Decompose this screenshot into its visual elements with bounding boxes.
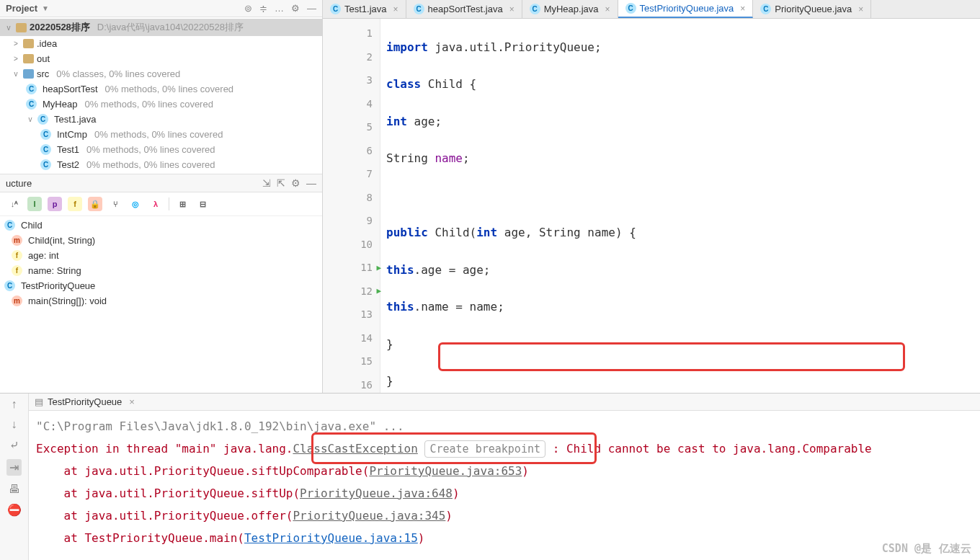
select-opened-icon[interactable]: ⊚ (244, 3, 252, 14)
class-icon: C (40, 159, 51, 170)
project-label: Project (6, 3, 37, 14)
stack-link[interactable]: TestPriorityQueue.java:15 (244, 531, 418, 545)
fork-icon[interactable]: ⑂ (108, 197, 122, 211)
src-folder-icon (23, 69, 34, 79)
scroll-icon[interactable]: ⇥ (6, 459, 22, 476)
close-icon[interactable]: × (509, 4, 514, 14)
stack-link[interactable]: PriorityQueue.java:648 (300, 486, 453, 500)
expand-icon[interactable]: ⇲ (262, 177, 271, 189)
gear-icon[interactable]: ⚙ (291, 177, 300, 189)
watermark: CSDN @是亿速云 (882, 542, 971, 556)
close-icon[interactable]: × (605, 4, 610, 14)
class-icon: C (37, 114, 48, 125)
run-panel: ↑ ↓ ⤶ ⇥ 🖶 ⛔ ▤ TestPriorityQueue × "C:\Pr… (0, 393, 980, 560)
run-tab-label[interactable]: TestPriorityQueue (48, 396, 122, 407)
tab[interactable]: CTest1.java× (323, 0, 406, 18)
class-icon: C (26, 84, 37, 94)
structure-item[interactable]: fname: String (0, 263, 322, 278)
console-line: Exception in thread "main" java.lang.Cla… (36, 437, 973, 460)
structure-item[interactable]: mChild(int, String) (0, 233, 322, 248)
expand-all-icon[interactable]: ≑ (259, 3, 267, 14)
property-filter-icon[interactable]: p (48, 197, 62, 211)
folder-icon (16, 23, 27, 32)
tab[interactable]: CPriorityQueue.java× (753, 0, 871, 18)
close-icon[interactable]: × (858, 4, 863, 14)
left-panel: Project ▼ ⊚ ≑ … ⚙ — v 20220528排序 D:\java… (0, 0, 323, 393)
tab[interactable]: CMyHeap.java× (522, 0, 618, 18)
field-icon: f (12, 265, 22, 276)
collapse-icon[interactable]: ⇱ (277, 177, 285, 189)
class-icon: C (26, 99, 37, 110)
wrap-icon[interactable]: ⤶ (9, 438, 19, 452)
class-icon: C (4, 280, 15, 291)
gutter: 123 456 789 10 11▶ 12▶ 13141516 (323, 19, 380, 393)
run-indicator-icon: ▤ (35, 396, 43, 407)
sort-az-icon[interactable]: ↓ᴬ (7, 197, 22, 211)
structure-item[interactable]: fage: int (0, 248, 322, 263)
tree-item[interactable]: CMyHeap0% methods, 0% lines covered (0, 97, 322, 112)
tree-item[interactable]: CheapSortTest0% methods, 0% lines covere… (0, 81, 322, 97)
tree-item[interactable]: vCTest1.java (0, 112, 322, 127)
structure-item[interactable]: mmain(String[]): void (0, 293, 322, 308)
collapse-icon[interactable]: … (275, 3, 284, 14)
structure-tree: CChild mChild(int, String) fage: int fna… (0, 216, 322, 310)
class-icon: C (530, 4, 540, 14)
exception-link[interactable]: ClassCastException (293, 442, 417, 455)
run-tabs: ▤ TestPriorityQueue × (29, 394, 980, 411)
down-icon[interactable]: ↓ (12, 418, 17, 431)
tab-active[interactable]: CTestPriorityQueue.java× (618, 0, 754, 18)
gear-icon[interactable]: ⚙ (291, 3, 300, 14)
tree-item[interactable]: CIntCmp0% methods, 0% lines covered (0, 127, 322, 142)
code-area[interactable]: import java.util.PriorityQueue; class Ch… (380, 19, 980, 393)
structure-header: ucture ⇲ ⇱ ⚙ — (0, 174, 322, 192)
project-root-label: 20220528排序 (30, 21, 90, 34)
editor-tabs: CTest1.java× CheapSortTest.java× CMyHeap… (323, 0, 980, 19)
collapse-tree-icon[interactable]: ⊟ (195, 197, 210, 211)
project-path: D:\java代码\java104\20220528排序 (97, 21, 244, 34)
stack-link[interactable]: PriorityQueue.java:345 (293, 509, 445, 523)
stack-link[interactable]: PriorityQueue.java:653 (369, 464, 522, 478)
console-line: at TestPriorityQueue.main(TestPriorityQu… (36, 527, 973, 549)
console-line: at java.util.PriorityQueue.offer(Priorit… (36, 505, 973, 527)
console-line: at java.util.PriorityQueue.siftUp(Priori… (36, 482, 973, 505)
close-icon[interactable]: × (740, 4, 745, 14)
structure-toolbar: ↓ᴬ I p f 🔒 ⑂ ◎ λ ⊞ ⊟ (0, 192, 322, 216)
hide-icon[interactable]: — (307, 3, 316, 14)
tree-item[interactable]: CTest20% methods, 0% lines covered (0, 157, 322, 172)
lambda-icon[interactable]: λ (148, 197, 163, 211)
class-icon: C (760, 4, 771, 14)
structure-item[interactable]: CTestPriorityQueue (0, 278, 322, 293)
clear-icon[interactable]: ⛔ (7, 503, 22, 517)
folder-icon (23, 54, 34, 63)
editor-body[interactable]: 123 456 789 10 11▶ 12▶ 13141516 import j… (323, 19, 980, 393)
folder-icon (23, 39, 34, 48)
hide-icon[interactable]: — (306, 177, 316, 189)
field-icon: f (12, 250, 22, 261)
tree-item[interactable]: CTest10% methods, 0% lines covered (0, 142, 322, 157)
tree-item[interactable]: vsrc0% classes, 0% lines covered (0, 66, 322, 81)
close-icon[interactable]: × (129, 396, 135, 407)
close-icon[interactable]: × (393, 4, 398, 14)
project-root[interactable]: v 20220528排序 D:\java代码\java104\20220528排… (0, 19, 322, 36)
tab[interactable]: CheapSortTest.java× (406, 0, 522, 18)
chevron-down-icon[interactable]: ▼ (42, 4, 49, 12)
expand-tree-icon[interactable]: ⊞ (175, 197, 190, 211)
structure-item[interactable]: CChild (0, 218, 322, 233)
tree-item[interactable]: >.idea (0, 36, 322, 51)
method-icon: m (12, 295, 22, 306)
lock-icon[interactable]: 🔒 (88, 197, 102, 211)
print-icon[interactable]: 🖶 (9, 483, 20, 496)
console-line: at java.util.PriorityQueue.siftUpCompara… (36, 460, 973, 482)
class-icon: C (4, 220, 15, 231)
project-tree: v 20220528排序 D:\java代码\java104\20220528排… (0, 17, 322, 174)
structure-label: ucture (6, 178, 32, 189)
field-filter-icon[interactable]: f (68, 197, 82, 211)
interface-filter-icon[interactable]: I (27, 197, 42, 211)
console-line: "C:\Program Files\Java\jdk1.8.0_192\bin\… (36, 415, 973, 437)
tree-item[interactable]: >out (0, 51, 322, 66)
class-icon: C (414, 4, 424, 14)
create-breakpoint-button[interactable]: Create breakpoint (424, 440, 545, 458)
target-icon[interactable]: ◎ (128, 197, 143, 211)
up-icon[interactable]: ↑ (12, 398, 17, 411)
console-output[interactable]: "C:\Program Files\Java\jdk1.8.0_192\bin\… (29, 411, 980, 560)
